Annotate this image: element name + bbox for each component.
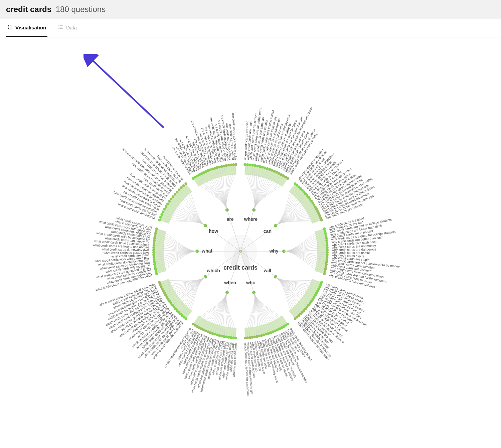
svg-point-383	[182, 184, 185, 187]
svg-point-117	[326, 251, 329, 254]
svg-point-348	[155, 230, 157, 233]
svg-point-334	[152, 246, 155, 249]
svg-point-336	[153, 244, 155, 247]
svg-point-101	[324, 232, 327, 235]
svg-text:who: who	[246, 280, 256, 285]
svg-point-410	[213, 167, 216, 170]
svg-point-15	[246, 163, 249, 166]
svg-point-125	[325, 261, 328, 263]
tab-bar: Visualisation Data	[0, 19, 501, 37]
svg-point-211	[256, 335, 258, 338]
svg-point-375	[174, 193, 176, 195]
svg-point-330	[152, 251, 155, 254]
svg-point-238	[220, 335, 223, 337]
svg-point-232	[227, 336, 230, 339]
svg-point-318	[154, 265, 156, 268]
topic-label: credit cards	[6, 5, 51, 14]
svg-text:why: why	[269, 248, 278, 254]
svg-point-115	[326, 249, 329, 251]
list-icon	[58, 24, 63, 31]
svg-text:when: when	[224, 280, 236, 285]
svg-text:how: how	[209, 229, 218, 234]
svg-point-416	[220, 165, 223, 168]
svg-point-19	[251, 164, 254, 167]
svg-point-367	[166, 202, 169, 205]
tab-data[interactable]: Data	[57, 19, 78, 37]
svg-point-344	[154, 235, 156, 237]
question-count: 180 questions	[56, 5, 106, 14]
svg-point-316	[154, 268, 157, 270]
svg-point-103	[325, 235, 327, 237]
svg-point-129	[325, 265, 327, 268]
svg-point-21	[254, 164, 257, 167]
svg-point-107	[325, 239, 328, 242]
tab-visualisation[interactable]: Visualisation	[6, 19, 47, 37]
svg-point-236	[223, 335, 225, 338]
svg-point-37	[273, 170, 276, 173]
svg-point-123	[326, 258, 328, 261]
svg-text:can: can	[264, 229, 272, 234]
svg-point-0	[8, 25, 12, 29]
svg-point-350	[155, 228, 158, 230]
svg-point-414	[218, 166, 221, 168]
svg-point-408	[211, 168, 214, 170]
svg-point-373	[172, 195, 174, 198]
svg-point-312	[155, 272, 158, 275]
svg-point-33	[269, 168, 271, 171]
svg-point-361	[162, 210, 164, 213]
svg-point-428	[234, 163, 237, 166]
svg-point-39	[276, 171, 278, 174]
svg-point-99	[324, 230, 326, 233]
annotation-arrow	[84, 54, 170, 131]
svg-point-5	[59, 27, 59, 27]
svg-point-219	[246, 336, 249, 339]
svg-point-25	[259, 165, 261, 168]
svg-point-203	[265, 333, 268, 335]
svg-point-23	[256, 165, 259, 167]
svg-point-228	[232, 336, 235, 339]
svg-point-244	[213, 333, 216, 335]
svg-point-422	[227, 164, 230, 166]
svg-point-27	[261, 166, 264, 168]
svg-point-357	[159, 216, 162, 218]
svg-point-105	[325, 237, 328, 240]
svg-point-234	[225, 336, 228, 338]
svg-point-131	[324, 268, 327, 270]
svg-point-322	[153, 261, 156, 263]
svg-point-178	[294, 317, 297, 320]
svg-point-109	[326, 242, 328, 244]
tab-data-label: Data	[66, 25, 77, 30]
svg-point-209	[258, 335, 261, 337]
svg-point-6	[59, 28, 59, 28]
svg-point-324	[153, 258, 155, 261]
svg-point-215	[251, 336, 254, 339]
svg-point-4	[59, 25, 59, 26]
svg-point-346	[154, 232, 157, 235]
page-title-bar: credit cards 180 questions	[0, 0, 501, 19]
svg-text:what: what	[201, 248, 212, 254]
svg-point-338	[153, 242, 155, 244]
svg-point-29	[264, 166, 266, 169]
svg-text:credit cards: credit cards	[223, 264, 258, 271]
svg-point-359	[160, 213, 163, 216]
svg-point-385	[184, 182, 187, 185]
svg-point-326	[153, 256, 155, 259]
svg-point-97	[323, 228, 326, 230]
svg-point-213	[253, 336, 256, 338]
svg-point-133	[324, 270, 326, 273]
svg-point-35	[271, 169, 274, 172]
visualisation-icon	[7, 24, 13, 31]
svg-point-242	[216, 333, 218, 336]
svg-point-328	[152, 254, 155, 256]
svg-point-365	[165, 205, 167, 208]
svg-point-127	[325, 263, 328, 266]
svg-text:which: which	[206, 268, 220, 273]
svg-point-424	[230, 164, 232, 166]
svg-point-307	[158, 281, 161, 284]
svg-point-121	[326, 256, 328, 259]
svg-point-418	[223, 165, 225, 167]
svg-text:will: will	[264, 268, 272, 273]
svg-point-379	[178, 188, 180, 191]
svg-point-369	[168, 200, 171, 203]
svg-point-371	[170, 198, 172, 200]
